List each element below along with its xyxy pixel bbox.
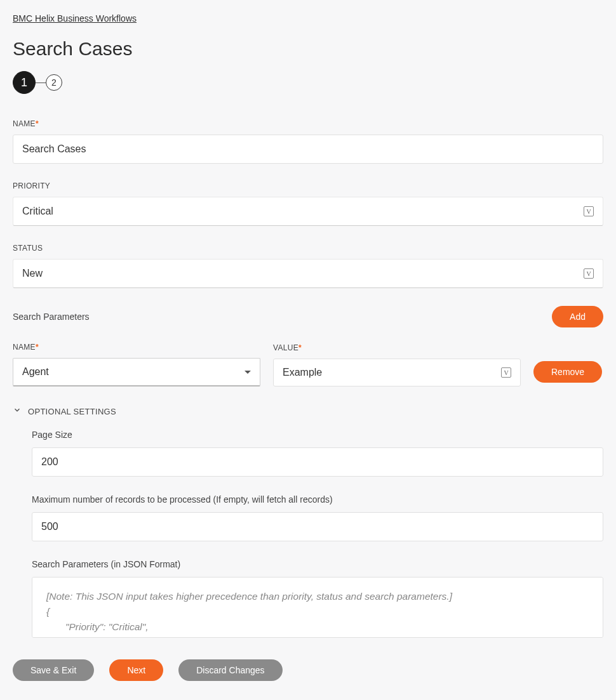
variable-icon[interactable]: V (501, 367, 511, 378)
wizard-stepper: 1 2 (13, 71, 603, 94)
param-name-select[interactable]: Agent (13, 358, 260, 386)
step-1[interactable]: 1 (13, 71, 36, 94)
name-label: NAME* (13, 119, 603, 128)
status-label: STATUS (13, 244, 603, 253)
optional-settings-toggle[interactable]: OPTIONAL SETTINGS (13, 406, 603, 417)
variable-icon[interactable]: V (584, 268, 594, 279)
page-size-input[interactable]: 200 (32, 447, 603, 477)
param-name-label: NAME* (13, 343, 260, 352)
param-value-label: VALUE* (273, 343, 521, 352)
json-params-textarea[interactable]: [Note: This JSON input takes higher prec… (32, 577, 603, 638)
remove-button[interactable]: Remove (533, 361, 602, 383)
page-title: Search Cases (13, 38, 603, 60)
max-records-input[interactable]: 500 (32, 512, 603, 541)
step-connector (36, 83, 46, 83)
variable-icon[interactable]: V (584, 206, 594, 216)
discard-button[interactable]: Discard Changes (178, 659, 282, 681)
add-button[interactable]: Add (552, 306, 603, 327)
status-input[interactable]: New V (13, 259, 603, 288)
breadcrumb[interactable]: BMC Helix Business Workflows (13, 13, 137, 23)
page-size-label: Page Size (32, 430, 603, 440)
optional-settings-label: OPTIONAL SETTINGS (28, 407, 116, 416)
param-value-input[interactable]: Example V (273, 359, 521, 386)
priority-label: PRIORITY (13, 182, 603, 190)
step-2[interactable]: 2 (46, 74, 62, 91)
chevron-down-icon (244, 371, 251, 374)
priority-input[interactable]: Critical V (13, 197, 603, 226)
max-records-label: Maximum number of records to be processe… (32, 494, 603, 505)
json-params-label: Search Parameters (in JSON Format) (32, 559, 603, 569)
save-exit-button[interactable]: Save & Exit (13, 659, 94, 681)
name-input[interactable]: Search Cases (13, 135, 603, 164)
search-parameters-label: Search Parameters (13, 312, 90, 322)
chevron-down-icon (13, 406, 22, 417)
next-button[interactable]: Next (109, 659, 163, 681)
